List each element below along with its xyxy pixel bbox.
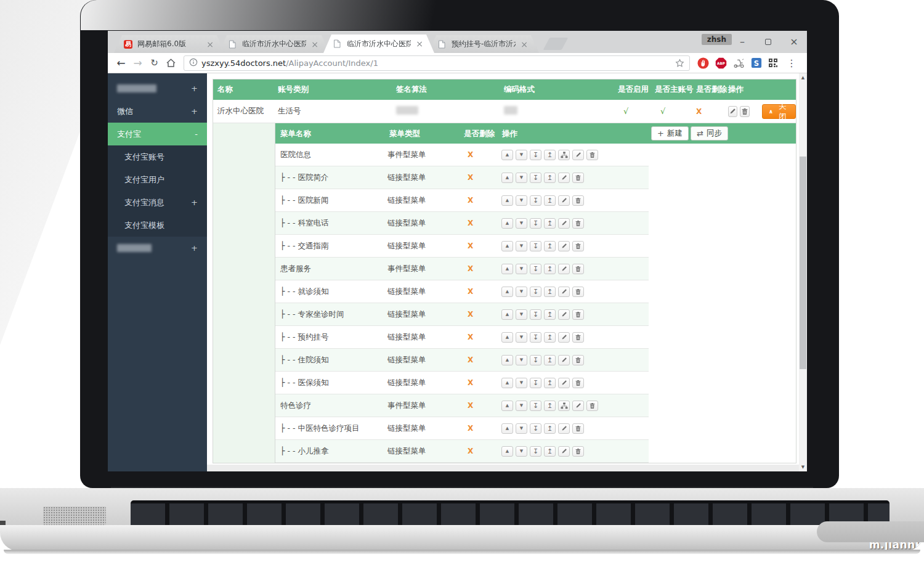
move-up-button[interactable]: ▲	[501, 332, 513, 343]
tab-close-icon[interactable]: ×	[206, 39, 214, 49]
move-to-bottom-button[interactable]: ↧	[530, 378, 541, 388]
scroll-up-button[interactable]: ▲	[799, 73, 807, 82]
move-to-top-button[interactable]: ↥	[544, 241, 556, 251]
move-up-button[interactable]: ▲	[501, 150, 513, 160]
move-to-top-button[interactable]: ↥	[544, 446, 556, 457]
forward-button[interactable]: →	[129, 55, 146, 71]
edit-button[interactable]	[558, 241, 570, 251]
browser-tab[interactable]: 易网易邮箱6.0版×	[114, 35, 225, 53]
move-to-top-button[interactable]: ↥	[544, 287, 556, 297]
move-to-bottom-button[interactable]: ↧	[530, 150, 541, 160]
move-up-button[interactable]: ▲	[501, 173, 513, 183]
sidebar-item-redacted[interactable]: +	[108, 237, 207, 259]
sidebar-item[interactable]: 支付宝-	[108, 123, 207, 145]
address-bar[interactable]: yszxyy.54doctors.net/AlipayAccount/Index…	[184, 55, 690, 71]
edit-button[interactable]	[558, 378, 570, 388]
move-up-button[interactable]: ▲	[501, 264, 513, 274]
delete-button[interactable]	[572, 287, 584, 297]
sidebar-subitem[interactable]: 支付宝模板	[108, 214, 207, 237]
move-down-button[interactable]: ▼	[516, 173, 527, 183]
edit-button[interactable]	[572, 150, 584, 160]
delete-button[interactable]	[572, 173, 584, 183]
delete-button[interactable]	[586, 401, 598, 411]
edit-button[interactable]	[558, 309, 570, 320]
delete-button[interactable]	[572, 446, 584, 457]
move-down-button[interactable]: ▼	[516, 309, 527, 320]
page-info-icon[interactable]	[189, 58, 198, 68]
move-down-button[interactable]: ▼	[516, 332, 527, 343]
expand-icon[interactable]: +	[191, 243, 198, 253]
delete-button[interactable]	[572, 195, 584, 206]
delete-button[interactable]	[572, 309, 584, 320]
scrollbar-track[interactable]: ▲ ▼	[799, 73, 807, 471]
move-to-bottom-button[interactable]: ↧	[530, 218, 541, 229]
move-down-button[interactable]: ▼	[516, 264, 527, 274]
edit-button[interactable]	[558, 423, 570, 434]
move-to-top-button[interactable]: ↥	[544, 401, 556, 411]
s-extension-icon[interactable]: S	[751, 57, 762, 68]
move-down-button[interactable]: ▼	[516, 423, 527, 434]
delete-button[interactable]	[572, 423, 584, 434]
move-up-button[interactable]: ▲	[501, 355, 513, 365]
tab-close-icon[interactable]: ×	[311, 39, 318, 49]
move-down-button[interactable]: ▼	[516, 287, 527, 297]
move-to-top-button[interactable]: ↥	[544, 150, 556, 160]
move-to-bottom-button[interactable]: ↧	[530, 355, 541, 365]
abp-extension-icon[interactable]: ABP	[715, 57, 727, 69]
move-up-button[interactable]: ▲	[501, 241, 513, 251]
move-to-top-button[interactable]: ↥	[544, 173, 556, 183]
sidebar-subitem[interactable]: 支付宝消息+	[108, 191, 207, 214]
move-to-bottom-button[interactable]: ↧	[530, 264, 541, 274]
edit-button[interactable]	[558, 355, 570, 365]
bookmark-star-icon[interactable]	[675, 59, 684, 68]
stop-hand-extension-icon[interactable]	[697, 57, 709, 69]
sub-menu-button[interactable]	[558, 401, 570, 411]
delete-button[interactable]	[572, 355, 584, 365]
edit-button[interactable]	[558, 195, 570, 206]
back-button[interactable]: ←	[113, 55, 129, 71]
move-up-button[interactable]: ▲	[501, 195, 513, 206]
maximize-button[interactable]	[755, 36, 781, 47]
delete-button[interactable]	[572, 241, 584, 251]
move-to-bottom-button[interactable]: ↧	[530, 287, 541, 297]
sidebar-item-redacted[interactable]: +	[108, 77, 207, 100]
move-down-button[interactable]: ▼	[516, 241, 527, 251]
browser-menu-icon[interactable]: ⋮	[784, 57, 799, 69]
new-tab-button[interactable]	[543, 38, 569, 50]
reload-button[interactable]: ↻	[146, 55, 163, 71]
move-to-top-button[interactable]: ↥	[544, 423, 556, 434]
browser-tab[interactable]: 临沂市沂水中心医院×	[219, 35, 330, 53]
move-down-button[interactable]: ▼	[516, 355, 527, 365]
home-button[interactable]	[163, 55, 179, 71]
expand-icon[interactable]: +	[191, 107, 198, 116]
move-to-bottom-button[interactable]: ↧	[530, 173, 541, 183]
minimize-button[interactable]: –	[729, 36, 755, 47]
scrollbar-thumb[interactable]	[800, 157, 806, 369]
new-menu-button[interactable]: +新建	[651, 126, 689, 140]
browser-tab[interactable]: 预约挂号-临沂市沂水中×	[428, 35, 539, 53]
move-to-bottom-button[interactable]: ↧	[530, 446, 541, 457]
edit-button[interactable]	[558, 287, 570, 297]
delete-button[interactable]	[740, 106, 749, 117]
move-to-top-button[interactable]: ↥	[544, 218, 556, 229]
move-up-button[interactable]: ▲	[501, 378, 513, 388]
sync-menu-button[interactable]: ⇄同步	[691, 126, 728, 140]
move-to-bottom-button[interactable]: ↧	[530, 241, 541, 251]
delete-button[interactable]	[572, 218, 584, 229]
move-down-button[interactable]: ▼	[516, 378, 527, 388]
move-down-button[interactable]: ▼	[516, 150, 527, 160]
sidebar-subitem[interactable]: 支付宝用户	[108, 168, 207, 191]
edit-button[interactable]	[558, 173, 570, 183]
close-panel-button[interactable]: ∧关闭	[762, 104, 796, 119]
delete-button[interactable]	[572, 332, 584, 343]
delete-button[interactable]	[572, 378, 584, 388]
move-up-button[interactable]: ▲	[501, 446, 513, 457]
qr-code-extension-icon[interactable]	[768, 58, 778, 68]
move-to-top-button[interactable]: ↥	[544, 264, 556, 274]
move-up-button[interactable]: ▲	[501, 423, 513, 434]
tab-close-icon[interactable]: ×	[416, 39, 423, 49]
move-to-top-button[interactable]: ↥	[544, 309, 556, 320]
move-to-bottom-button[interactable]: ↧	[530, 195, 541, 206]
close-button[interactable]: ×	[781, 36, 807, 47]
edit-button[interactable]	[558, 264, 570, 274]
